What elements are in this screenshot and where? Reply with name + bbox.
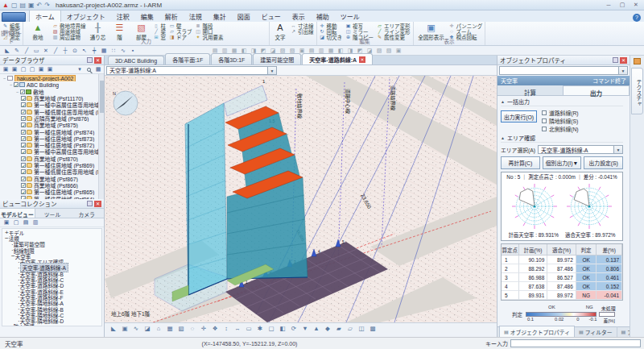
table-row[interactable]: 1 90.109 89.972 OK 0.137 — [502, 256, 622, 264]
viewport-tool-icon[interactable]: ▧ — [175, 325, 187, 332]
ribbon-tab[interactable]: 法規 — [184, 10, 208, 22]
tree-item-zone[interactable]: 第一種住居地域 (Psf872) — [2, 142, 104, 148]
snap-tool-icon[interactable]: ▣ — [394, 47, 403, 55]
pin-icon[interactable] — [87, 201, 93, 206]
lock-icon[interactable]: ▢ — [19, 66, 27, 73]
draw-tool-icon[interactable]: ∷ — [109, 47, 118, 55]
visibility-checkbox[interactable] — [21, 136, 26, 141]
draw-tool-icon[interactable]: ∿ — [118, 47, 128, 55]
unlock-icon[interactable]: ▢ — [28, 66, 36, 73]
collection-tool-icon[interactable]: ▣ — [2, 219, 10, 226]
tree-item-zone[interactable]: 第一種低層住居専用地域 (Psf877) — [2, 108, 104, 114]
viewport-tool-icon[interactable]: ▭ — [243, 325, 254, 332]
ribbon-big-item[interactable]: ▣ 全図形表示 — [416, 23, 447, 39]
slope-checkbox-row[interactable]: 北側斜線(N) — [542, 126, 579, 132]
chevron-down-icon[interactable]: ▼ — [613, 146, 622, 153]
viewport-tool-icon[interactable]: ◧ — [277, 325, 288, 332]
tree-item-zone[interactable]: 商業地域 (Psf11170) — [2, 95, 104, 102]
dropdown-icon[interactable]: ▾ — [76, 66, 84, 73]
model-viewport[interactable]: N 敷地境界線 道路中心線 道路境界線 23,650 16,600 — [105, 76, 497, 322]
ribbon-big-item[interactable]: A 文字 — [272, 23, 288, 39]
tree-item-zone[interactable]: 第一種住居地域 (Psf874) — [2, 128, 104, 135]
properties-tab[interactable]: 計算 — [497, 85, 563, 95]
tree-item-zone[interactable]: 商業地域 (Psf867) — [2, 175, 104, 181]
close-panel-icon[interactable]: ✕ — [620, 57, 627, 64]
draw-tool-icon[interactable]: ▦ — [99, 47, 109, 55]
tree-item-zone[interactable]: 第一種住居地域 (Psf869) — [2, 162, 104, 168]
viewport-tool-icon[interactable]: ⌂ — [153, 325, 164, 332]
tree-item-zone[interactable]: 第一種中高層住居専用地域 (Psf871) — [2, 148, 104, 155]
tree-item-zone[interactable]: 第一種住居地域 (Psf864) — [2, 195, 104, 199]
ribbon-tab[interactable]: ホーム — [29, 10, 61, 22]
draw-tool-icon[interactable]: ▪ — [128, 47, 138, 55]
quick-access-icon[interactable]: ▣ — [28, 2, 35, 9]
panel-tab[interactable]: ▤ オブジェクトプロパティ — [499, 326, 575, 337]
individual-output-button[interactable]: 個別出力(I)▼ — [543, 156, 582, 169]
draw-tool-icon[interactable]: ┿ — [89, 47, 99, 55]
draw-tool-icon[interactable]: ┼ — [60, 47, 70, 55]
draw-tool-icon[interactable]: ╱ — [22, 47, 31, 55]
table-row[interactable]: 5 89.931 89.972 NG -0.041 — [502, 291, 622, 300]
snap-tool-icon[interactable]: ▧ — [384, 47, 394, 55]
draw-tool-icon[interactable]: ✕ — [41, 47, 51, 55]
window-control-button[interactable]: ✕ — [630, 1, 642, 9]
draw-tool-icon[interactable]: ▭ — [31, 47, 41, 55]
tree-item-zone[interactable]: 商業地域 (Psf866) — [2, 182, 104, 189]
viewport-tool-icon[interactable]: ✛ — [198, 325, 209, 332]
table-row[interactable]: 4 87.638 87.486 OK 0.152 — [502, 282, 622, 291]
slope-checkbox-row[interactable]: 隣地斜線(S) — [542, 118, 579, 124]
table-row[interactable]: 2 88.292 87.486 OK 0.806 — [502, 264, 622, 273]
tree-item-zone[interactable]: 第一種住居地域 (Psf865) — [2, 189, 104, 195]
viewport-tool-icon[interactable]: ✱ — [254, 325, 266, 332]
ribbon-big-item[interactable]: ▲ 敷地 — [26, 23, 50, 39]
ribbon-tab[interactable]: オブジェクト — [61, 10, 111, 22]
search-icon[interactable] — [87, 68, 91, 72]
visibility-checkbox[interactable] — [21, 102, 26, 107]
tree-item-zone[interactable]: 近隣商業地域 (Psf876) — [2, 115, 104, 122]
view-tab[interactable]: 天空率-道路斜線:A ✕ — [302, 53, 373, 64]
viewport-tool-icon[interactable]: ▰ — [333, 325, 345, 332]
visibility-checkbox[interactable] — [21, 163, 26, 168]
tree-item-zone[interactable]: 第一種住居地域 (Psf873) — [2, 135, 104, 142]
visibility-checkbox[interactable] — [21, 196, 26, 199]
close-panel-icon[interactable]: ✕ — [94, 57, 101, 64]
ribbon-big-item[interactable]: ☰ 階 — [110, 23, 130, 39]
quick-access-icon[interactable]: ↶ — [37, 2, 43, 9]
batch-output-section[interactable]: ▲ 一括出力 — [501, 98, 623, 106]
advanced-search-icon[interactable]: ▦ — [94, 66, 102, 73]
visibility-checkbox[interactable] — [21, 169, 26, 174]
ribbon-item[interactable]: ↗ 引出線 — [291, 28, 314, 34]
layer-filter-icon[interactable]: ▣ — [2, 66, 10, 73]
help-icon[interactable]: ? — [633, 14, 641, 22]
ribbon-tab[interactable]: ツール — [335, 10, 365, 22]
viewport-tool-icon[interactable]: ◆ — [322, 325, 333, 332]
quick-access-icon[interactable]: ▤ — [19, 2, 26, 9]
layer-filter-icon[interactable]: ▣ — [10, 66, 19, 73]
area-check-section[interactable]: ▲ エリア確認 — [501, 134, 623, 143]
draw-tool-icon[interactable]: ╱ — [51, 47, 60, 55]
pin-icon[interactable] — [613, 57, 618, 63]
window-control-button[interactable]: ─ — [603, 1, 614, 9]
viewport-tool-icon[interactable]: ◪ — [142, 325, 153, 332]
ribbon-tab[interactable]: ビュー — [256, 10, 287, 22]
chevron-down-icon[interactable]: ▼ — [267, 67, 276, 74]
visibility-checkbox[interactable] — [21, 143, 26, 147]
browser-scrollbar[interactable] — [98, 74, 104, 199]
viewport-tool-icon[interactable]: ∿ — [130, 325, 142, 332]
ribbon-tab[interactable]: 注釈 — [111, 10, 135, 22]
draw-tool-icon[interactable]: ◣ — [2, 47, 12, 55]
collection-tool-icon[interactable]: ▥ — [31, 219, 39, 226]
sky-view-select[interactable]: 天空率-道路斜線:A ▼ — [106, 66, 277, 75]
ribbon-tab[interactable]: 表示 — [287, 10, 311, 22]
collection-tab[interactable]: カメラ — [69, 209, 104, 218]
table-row[interactable]: 3 86.988 86.527 OK 0.461 — [502, 273, 622, 282]
ribbon-big-item[interactable]: ▧ 部屋 — [132, 23, 151, 39]
viewport-tool-icon[interactable]: ↕ — [221, 325, 232, 332]
visibility-checkbox[interactable] — [21, 177, 26, 181]
ribbon-tab[interactable]: 図面 — [232, 10, 256, 22]
quick-access-icon[interactable]: ↷ — [44, 2, 50, 9]
checkbox[interactable] — [542, 127, 547, 131]
object-select[interactable]: ▼ — [499, 66, 628, 75]
slope-checkbox-row[interactable]: 道路斜線(R) — [542, 110, 579, 116]
tree-item-zone[interactable]: 第一種低層住居専用地域 (Psf868) — [2, 168, 104, 175]
